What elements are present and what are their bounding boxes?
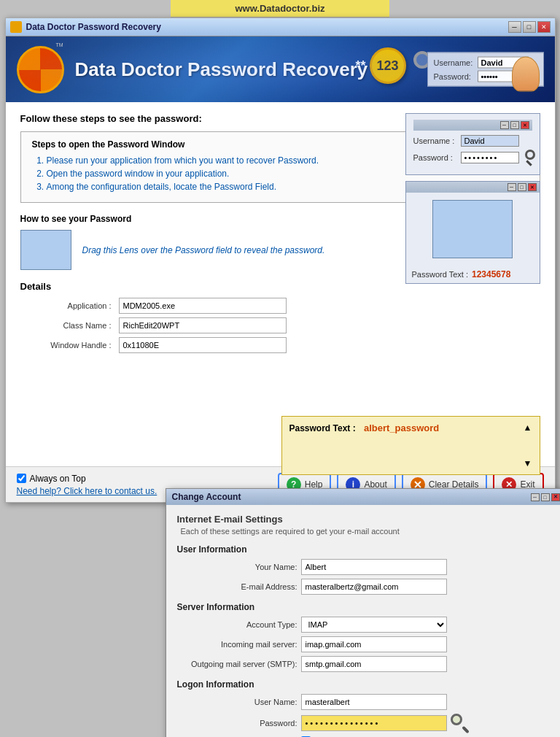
account-type-select[interactable]: IMAP POP3 [301, 617, 447, 633]
fp1-header: ─ □ ✕ [413, 120, 532, 131]
main-window: Data Doctor Password Recovery ─ □ ✕ Data… [5, 18, 556, 503]
window-title: Data Doctor Password Recovery [26, 22, 161, 32]
scroll-down[interactable]: ▼ [524, 458, 532, 468]
pwd-mag-circle [451, 714, 462, 725]
fp2-pt-value: 12345678 [472, 269, 510, 279]
fp1-max[interactable]: □ [510, 121, 519, 129]
fp1-magnifier [525, 150, 532, 166]
dialog-section-sub: Each of these settings are required to g… [181, 527, 555, 536]
title-controls: ─ □ ✕ [508, 21, 551, 33]
pt-label-value: Password Text : albert_password [289, 422, 440, 433]
logon-username-row: User Name: [177, 694, 555, 710]
logon-username-input[interactable] [301, 694, 447, 710]
incoming-input[interactable] [301, 636, 447, 652]
title-bar: Data Doctor Password Recovery ─ □ ✕ [6, 18, 555, 36]
change-account-dialog: Change Account ─ □ ✕ Internet E-mail Set… [166, 488, 561, 737]
bottom-left: Always on Top Need help? Click here to c… [17, 474, 158, 496]
fp2-password-row: Password Text : 12345678 [406, 266, 540, 283]
logon-info-title: Logon Information [177, 679, 555, 690]
dialog-max[interactable]: □ [541, 493, 550, 501]
app-icon [10, 21, 22, 33]
pwd-mag-handle [462, 726, 470, 734]
close-button[interactable]: ✕ [537, 21, 551, 33]
class-name-label: Class Name : [20, 321, 115, 330]
pt-panel-inner: Password Text : albert_password ▲ ▼ [289, 422, 532, 468]
outgoing-input[interactable] [301, 656, 447, 672]
fp1-username-label: Username : [413, 136, 457, 145]
lens-box [20, 230, 71, 270]
pt-value: albert_password [364, 422, 439, 433]
dialog-close[interactable]: ✕ [551, 493, 560, 501]
incoming-label: Incoming mail server: [177, 640, 298, 649]
always-on-top-checkbox[interactable] [17, 474, 26, 483]
password-text-panel-float: ─ □ ✕ Password Text : 12345678 [405, 181, 540, 284]
fp1-username-value: David [461, 135, 519, 147]
header-cred-box: Username: David Password: •••••• [427, 53, 544, 87]
content-area: ─ □ ✕ Username : David Password : ••••••… [6, 102, 555, 466]
fp2-close[interactable]: ✕ [528, 183, 537, 191]
fp1-password-row: Password : •••••••• [413, 150, 532, 166]
server-info-title: Server Information [177, 602, 555, 612]
always-on-top-label: Always on Top [30, 474, 86, 484]
help-link[interactable]: Need help? Click here to contact us. [17, 486, 158, 496]
avatar [512, 57, 540, 92]
dialog-controls: ─ □ ✕ [531, 493, 560, 501]
account-type-row: Account Type: IMAP POP3 [177, 617, 555, 633]
stars-text: ** [356, 58, 366, 74]
fp1-mag-circle [525, 150, 535, 160]
your-name-row: Your Name: [177, 559, 555, 575]
fp2-controls: ─ □ ✕ [508, 183, 537, 191]
fp2-min[interactable]: ─ [508, 183, 516, 191]
application-input[interactable] [119, 298, 287, 314]
incoming-row: Incoming mail server: [177, 636, 555, 652]
fp2-max[interactable]: □ [518, 183, 526, 191]
dialog-wrapper: Change Account ─ □ ✕ Internet E-mail Set… [5, 503, 556, 737]
fp1-min[interactable]: ─ [500, 121, 509, 129]
dialog-title: Change Account [172, 492, 241, 502]
user-info-title: User Information [177, 544, 555, 555]
pt-label: Password Text : [289, 423, 356, 433]
credentials-panel: ─ □ ✕ Username : David Password : ••••••… [405, 113, 540, 175]
maximize-button[interactable]: □ [523, 21, 536, 33]
app-header: Data Doctor Password Recovery ** 123 Use… [6, 36, 555, 102]
email-label: E-mail Address: [177, 582, 298, 591]
password-field-wrapper [301, 714, 470, 733]
fp1-controls: ─ □ ✕ [500, 121, 529, 129]
minimize-button[interactable]: ─ [508, 21, 521, 33]
circle-123: 123 [370, 47, 406, 84]
details-section: Details Application : Class Name : Windo… [20, 281, 540, 353]
scroll-up[interactable]: ▲ [524, 422, 532, 433]
dialog-min[interactable]: ─ [531, 493, 540, 501]
logon-password-row: Password: [177, 714, 555, 733]
fp2-header: ─ □ ✕ [406, 182, 540, 193]
pt-scroll: ▲ ▼ [524, 422, 532, 468]
class-name-input[interactable] [119, 317, 287, 333]
header-password-label: Password: [434, 72, 474, 81]
details-grid: Application : Class Name : Window Handle… [20, 298, 540, 353]
password-text-main-panel: Password Text : albert_password ▲ ▼ [281, 416, 540, 475]
lens-instruction: Drag this Lens over the Password field t… [82, 245, 325, 255]
password-magnifier [451, 714, 470, 733]
account-type-label: Account Type: [177, 620, 298, 629]
fp1-password-label: Password : [413, 153, 457, 162]
email-row: E-mail Address: [177, 579, 555, 595]
window-handle-input[interactable] [119, 337, 287, 353]
fp1-mag-handle [526, 160, 532, 166]
your-name-input[interactable] [301, 559, 447, 575]
outgoing-label: Outgoing mail server (SMTP): [177, 660, 298, 668]
logo-icon [17, 46, 64, 93]
fp2-pt-label: Password Text : [412, 270, 468, 279]
dialog-title-bar: Change Account ─ □ ✕ [166, 489, 561, 505]
email-input[interactable] [301, 579, 447, 595]
url-bar: www.Datadoctor.biz [171, 0, 389, 18]
fp1-close[interactable]: ✕ [521, 121, 529, 129]
logon-password-label: Password: [177, 719, 298, 728]
blue-box [432, 200, 513, 258]
outgoing-row: Outgoing mail server (SMTP): [177, 656, 555, 672]
header-username-label: Username: [434, 58, 474, 67]
fp1-password-value: •••••••• [461, 152, 519, 163]
fp1-username-row: Username : David [413, 135, 532, 147]
dialog-content: Internet E-mail Settings Each of these s… [166, 505, 561, 737]
logon-password-input[interactable] [301, 715, 447, 731]
dialog-section-title: Internet E-mail Settings [177, 514, 555, 525]
